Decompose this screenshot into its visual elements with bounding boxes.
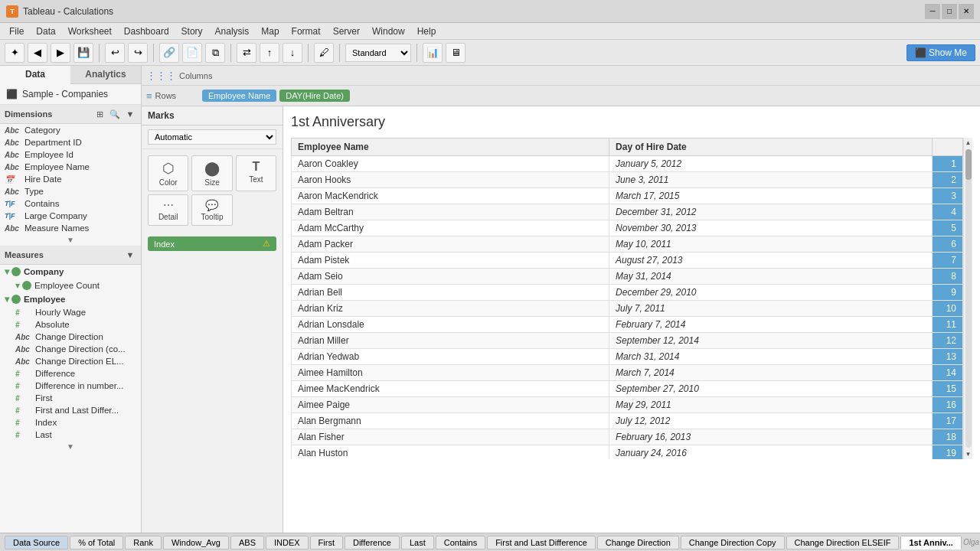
- measure-first-last-diff[interactable]: # First and Last Differ...: [0, 404, 141, 416]
- field-type-icon: #: [15, 370, 32, 378]
- tab-data[interactable]: Data: [0, 66, 70, 84]
- tab-data-source[interactable]: Data Source: [5, 536, 68, 549]
- tab-first[interactable]: First: [310, 536, 343, 549]
- tab-percent-total[interactable]: % of Total: [70, 536, 123, 549]
- menu-map[interactable]: Map: [255, 24, 285, 38]
- toolbar-save[interactable]: 💾: [74, 43, 93, 63]
- marks-tooltip-btn[interactable]: 💬 Tooltip: [191, 194, 232, 226]
- marks-detail-btn[interactable]: ⋯ Detail: [148, 194, 188, 226]
- measures-expand-btn[interactable]: ▼: [124, 249, 136, 261]
- toolbar-highlight[interactable]: 🖊: [314, 43, 334, 63]
- marks-type-selector[interactable]: Automatic Bar Line Circle Text: [142, 126, 283, 149]
- scroll-down-icon[interactable]: ▼: [964, 449, 972, 459]
- toolbar-add-ds[interactable]: 🔗: [159, 43, 179, 63]
- cell-num: 17: [933, 413, 963, 429]
- row-pill-employee-name[interactable]: Employee Name: [202, 90, 276, 102]
- menu-file[interactable]: File: [3, 24, 30, 38]
- measure-change-direction[interactable]: Abc Change Direction: [0, 331, 141, 343]
- field-type-icon: #: [15, 308, 32, 317]
- field-type[interactable]: Abc Type: [0, 185, 141, 197]
- menu-window[interactable]: Window: [366, 24, 411, 38]
- menu-data[interactable]: Data: [30, 24, 61, 38]
- tab-abs[interactable]: ABS: [230, 536, 264, 549]
- measure-change-direction-co[interactable]: Abc Change Direction (co...: [0, 343, 141, 355]
- menu-help[interactable]: Help: [411, 24, 443, 38]
- scroll-up-icon[interactable]: ▲: [964, 138, 972, 148]
- tab-index[interactable]: INDEX: [266, 536, 309, 549]
- measure-change-direction-el[interactable]: Abc Change Direction EL...: [0, 355, 141, 367]
- measure-difference[interactable]: # Difference: [0, 367, 141, 380]
- scroll-thumb[interactable]: [965, 149, 972, 180]
- measure-last[interactable]: # Last: [0, 429, 141, 441]
- field-measure-names[interactable]: Abc Measure Names: [0, 222, 141, 234]
- minimize-button[interactable]: ─: [925, 4, 940, 19]
- field-contains[interactable]: T|F Contains: [0, 197, 141, 210]
- measure-hourly-wage[interactable]: # Hourly Wage: [0, 306, 141, 318]
- menu-analysis[interactable]: Analysis: [209, 24, 256, 38]
- measure-group-company[interactable]: ▾ Company: [0, 265, 141, 279]
- tab-first-last-diff[interactable]: First and Last Difference: [487, 536, 596, 549]
- table-scroll[interactable]: Employee Name Day of Hire Date Aaron Coa…: [291, 138, 963, 459]
- tab-rank[interactable]: Rank: [125, 536, 162, 549]
- close-button[interactable]: ✕: [959, 4, 974, 19]
- window-controls[interactable]: ─ □ ✕: [925, 4, 974, 19]
- tab-window-avg[interactable]: Window_Avg: [163, 536, 229, 549]
- toolbar-present[interactable]: 🖥: [446, 43, 466, 63]
- toolbar-sort-desc[interactable]: ↓: [283, 43, 302, 63]
- measure-first[interactable]: # First: [0, 392, 141, 404]
- measure-employee-count[interactable]: ▾ Employee Count: [0, 279, 141, 292]
- row-pill-hire-date[interactable]: DAY(Hire Date): [279, 90, 350, 102]
- field-employee-name[interactable]: Abc Employee Name: [0, 161, 141, 173]
- standard-dropdown[interactable]: Standard Fit Width Fit Height Entire Vie…: [345, 44, 411, 62]
- marks-color-btn[interactable]: ⬡ Color: [148, 155, 188, 191]
- data-source-item[interactable]: ⬛ Sample - Companies: [0, 84, 141, 105]
- toolbar-sort-asc[interactable]: ↑: [260, 43, 279, 63]
- field-type-icon: #: [15, 394, 32, 403]
- show-me-button[interactable]: ⬛ Show Me: [906, 44, 975, 61]
- tab-difference[interactable]: Difference: [345, 536, 400, 549]
- toolbar-forward[interactable]: ▶: [51, 43, 70, 63]
- menu-story[interactable]: Story: [175, 24, 209, 38]
- field-category[interactable]: Abc Category: [0, 124, 141, 136]
- toolbar-back[interactable]: ◀: [28, 43, 47, 63]
- field-large-company[interactable]: T|F Large Company: [0, 210, 141, 222]
- dimensions-search-btn[interactable]: 🔍: [109, 108, 121, 120]
- field-employee-id[interactable]: Abc Employee Id: [0, 148, 141, 161]
- maximize-button[interactable]: □: [942, 4, 957, 19]
- table-row: Alan Bergmann July 12, 2012 17: [292, 413, 963, 429]
- menu-server[interactable]: Server: [327, 24, 366, 38]
- toolbar-new[interactable]: ✦: [5, 43, 24, 63]
- tab-last[interactable]: Last: [401, 536, 434, 549]
- toolbar-undo[interactable]: ↩: [105, 43, 125, 63]
- vertical-scrollbar[interactable]: ▲ ▼: [963, 138, 972, 459]
- marks-type-dropdown[interactable]: Automatic Bar Line Circle Text: [148, 129, 276, 145]
- tab-change-dir-elseif[interactable]: Change Direction ELSEIF: [786, 536, 900, 549]
- toolbar-new-ws[interactable]: 📄: [182, 43, 202, 63]
- marks-size-btn[interactable]: ⬤ Size: [191, 155, 232, 191]
- tab-1st-anniv[interactable]: 1st Anniv...: [900, 536, 961, 549]
- toolbar-chart[interactable]: 📊: [423, 43, 443, 63]
- tab-analytics[interactable]: Analytics: [70, 66, 141, 83]
- measure-group-employee[interactable]: ▾ Employee: [0, 292, 141, 306]
- index-pill[interactable]: Index ⚠: [148, 236, 276, 251]
- toolbar-redo[interactable]: ↪: [128, 43, 148, 63]
- dimensions-grid-btn[interactable]: ⊞: [93, 108, 106, 120]
- tab-contains[interactable]: Contains: [436, 536, 485, 549]
- field-hire-date[interactable]: 📅 Hire Date: [0, 173, 141, 185]
- toolbar-swap[interactable]: ⇄: [237, 43, 256, 63]
- dimensions-scroll-down[interactable]: ▼: [0, 234, 141, 246]
- marks-text-btn[interactable]: T Text: [236, 155, 276, 191]
- title-bar: T Tableau - Calculations ─ □ ✕: [0, 0, 980, 23]
- menu-format[interactable]: Format: [286, 24, 327, 38]
- measure-absolute[interactable]: # Absolute: [0, 318, 141, 331]
- menu-dashboard[interactable]: Dashboard: [118, 24, 175, 38]
- field-department-id[interactable]: Abc Department ID: [0, 136, 141, 148]
- tab-change-dir-copy[interactable]: Change Direction Copy: [681, 536, 785, 549]
- measure-difference-number[interactable]: # Difference in number...: [0, 380, 141, 392]
- measure-index[interactable]: # Index: [0, 416, 141, 429]
- tab-change-dir[interactable]: Change Direction: [597, 536, 679, 549]
- measures-scroll-down[interactable]: ▼: [0, 441, 141, 452]
- toolbar-dup-ws[interactable]: ⧉: [205, 43, 225, 63]
- menu-worksheet[interactable]: Worksheet: [62, 24, 118, 38]
- dimensions-more-btn[interactable]: ▼: [124, 108, 136, 120]
